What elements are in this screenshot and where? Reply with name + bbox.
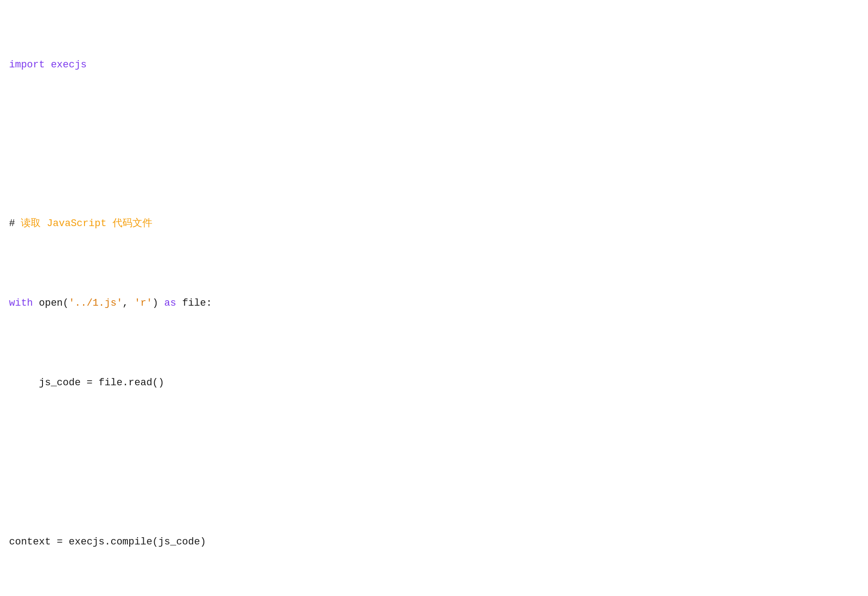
code-editor: import execjs # 读取 JavaScript 代码文件 with … xyxy=(9,9,859,596)
code-line-4: with open('../1.js', 'r') as file: xyxy=(9,295,859,311)
keyword-import: import execjs xyxy=(9,59,87,71)
code-line-7: context = execjs.compile(js_code) xyxy=(9,534,859,550)
code-line-3: # 读取 JavaScript 代码文件 xyxy=(9,216,859,232)
comment-text-1: 读取 JavaScript 代码文件 xyxy=(21,218,152,229)
code-line-5: js_code = file.read() xyxy=(9,375,859,391)
code-line-blank-2 xyxy=(9,454,859,470)
code-line-blank-1 xyxy=(9,137,859,152)
code-line-1: import execjs xyxy=(9,57,859,73)
